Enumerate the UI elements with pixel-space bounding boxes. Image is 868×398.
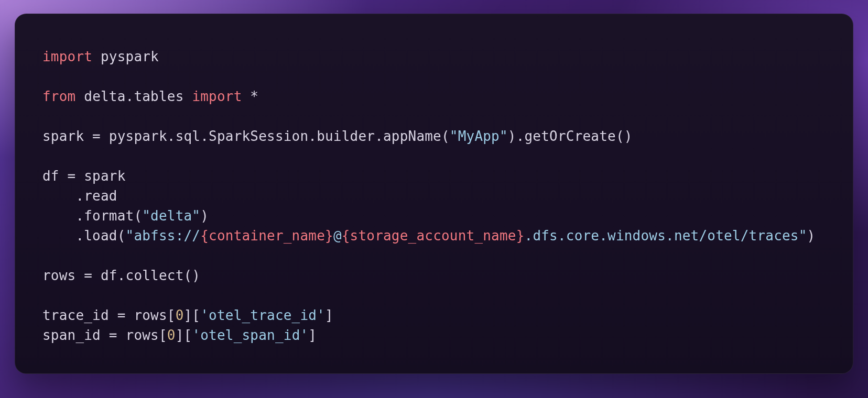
code-token-num: 0 [167, 327, 176, 343]
code-line: trace_id = rows[0]['otel_trace_id'] [42, 307, 333, 323]
code-token-plain: ] [325, 307, 333, 323]
code-line: import pyspark [42, 49, 159, 64]
code-token-str: "abfss:// [126, 228, 201, 244]
code-token-plain: ] [308, 327, 317, 343]
code-token-plain: ][ [184, 307, 201, 323]
code-token-kw: import [192, 89, 242, 104]
code-token-fmt: {storage_account_name} [342, 228, 525, 244]
code-line: .load("abfss://{container_name}@{storage… [42, 228, 815, 244]
code-token-num: 0 [176, 307, 184, 323]
code-token-plain: ).getOrCreate() [508, 128, 633, 144]
code-line: .format("delta") [42, 208, 209, 224]
code-token-kw: from [42, 89, 75, 104]
code-token-plain: pyspark [92, 49, 159, 64]
code-token-plain: * [242, 89, 259, 104]
code-line: rows = df.collect() [42, 268, 200, 283]
code-token-str: @ [333, 228, 342, 244]
code-line: from delta.tables import * [42, 89, 258, 104]
code-token-plain: .format( [42, 208, 142, 224]
code-token-plain: delta.tables [75, 89, 192, 104]
code-line: span_id = rows[0]['otel_span_id'] [42, 327, 317, 343]
code-token-plain: .read [42, 188, 117, 204]
code-token-str: "delta" [142, 208, 200, 224]
code-token-plain: df = spark [42, 168, 126, 184]
page-background: import pyspark from delta.tables import … [0, 0, 868, 398]
code-token-str: 'otel_trace_id' [200, 307, 325, 323]
code-line: spark = pyspark.sql.SparkSession.builder… [42, 128, 633, 144]
code-block-card: import pyspark from delta.tables import … [15, 14, 853, 374]
code-token-plain: trace_id = rows[ [42, 307, 176, 323]
code-token-plain: rows = df.collect() [42, 268, 200, 283]
code-token-fmt: {container_name} [200, 228, 333, 244]
code-token-str: .dfs.core.windows.net/otel/traces" [525, 228, 807, 244]
code-line: .read [42, 188, 117, 204]
code-token-plain: span_id = rows[ [42, 327, 167, 343]
code-token-plain: ) [807, 228, 816, 244]
code-line: df = spark [42, 168, 126, 184]
code-token-str: "MyApp" [450, 128, 508, 144]
code-token-kw: import [42, 49, 92, 64]
code-token-plain: ) [200, 208, 209, 224]
code-token-plain: .load( [42, 228, 126, 244]
python-code-block[interactable]: import pyspark from delta.tables import … [42, 47, 826, 345]
code-token-plain: spark = pyspark.sql.SparkSession.builder… [42, 128, 450, 144]
code-token-str: 'otel_span_id' [192, 327, 308, 343]
code-token-plain: ][ [176, 327, 192, 343]
